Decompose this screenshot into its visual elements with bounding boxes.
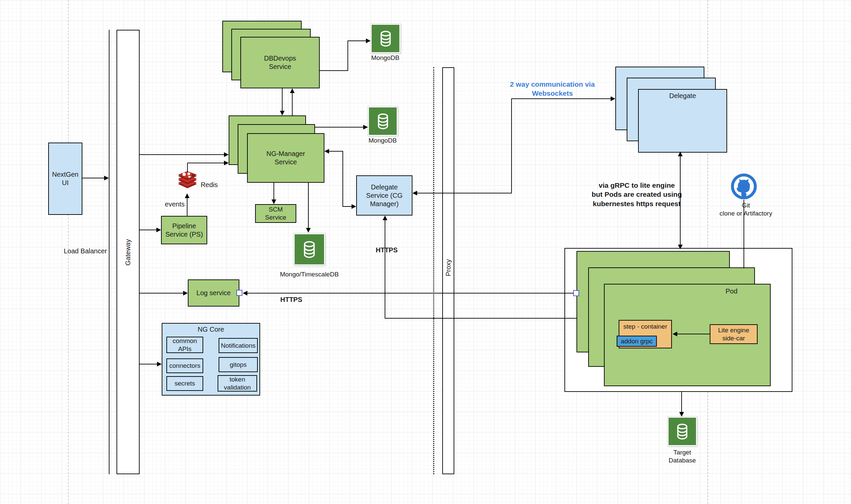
events-label: events xyxy=(160,200,190,209)
ng-core-item-token-validation[interactable]: token validation xyxy=(218,375,257,392)
arrowhead xyxy=(224,152,229,157)
arrowhead xyxy=(185,194,190,198)
mongodb-top-label: MongoDB xyxy=(367,54,404,62)
mongodb-mid-label: MongoDB xyxy=(364,137,402,145)
node-addon-grpc[interactable]: addon grpc xyxy=(617,336,657,347)
edge-ng-to-scm xyxy=(273,183,274,200)
arrowhead xyxy=(363,125,368,129)
arrowhead xyxy=(243,291,247,295)
ng-core-item-gitops[interactable]: gitops xyxy=(218,357,258,372)
database-glyph xyxy=(373,111,393,131)
websockets-note: 2 way communication via Websockets xyxy=(500,80,604,98)
edge-ng-delegate-a xyxy=(329,151,343,151)
arrowhead xyxy=(324,149,329,154)
arrowhead xyxy=(183,291,188,295)
ng-core-item-common-apis[interactable]: common APIs xyxy=(166,337,203,353)
redis-label: Redis xyxy=(194,181,224,189)
pod-endpoint-marker[interactable] xyxy=(573,290,579,296)
edge-gw-to-ngmanager xyxy=(140,154,225,155)
ng-core-title: NG Core xyxy=(162,325,260,334)
edge-ng-to-timescale xyxy=(308,183,309,229)
arrowhead xyxy=(678,151,682,156)
arrowhead xyxy=(290,88,295,93)
edge-pod-to-log xyxy=(247,293,573,293)
arrowhead xyxy=(679,412,684,417)
arrowhead xyxy=(271,199,276,204)
https-to-delegate-label: HTTPS xyxy=(373,246,400,254)
grpc-note: via gRPC to lite engine but Pods are cre… xyxy=(580,181,694,208)
gateway-label: Gateway xyxy=(124,239,132,266)
node-dbdevops[interactable]: DBDevops Service xyxy=(241,37,320,88)
https-to-log-label: HTTPS xyxy=(276,295,306,304)
mongodb-mid-icon[interactable] xyxy=(368,106,398,136)
edge-ng-delegate-c xyxy=(342,206,352,207)
arrowhead xyxy=(412,191,417,195)
database-glyph xyxy=(376,29,395,48)
arrowhead xyxy=(610,96,615,101)
target-db-label: Target Database xyxy=(660,448,704,465)
edge-gw-to-ngcore xyxy=(140,364,158,364)
database-glyph xyxy=(673,422,692,441)
ng-core-item-notifications[interactable]: Notifications xyxy=(218,338,258,353)
target-db-icon[interactable] xyxy=(668,417,697,446)
mongodb-top-icon[interactable] xyxy=(371,24,401,53)
edge-ng-delegate-b xyxy=(342,151,343,207)
edge-pod-to-delegatesvc-h xyxy=(385,318,577,319)
edge-ws-a xyxy=(417,193,512,194)
arrowhead xyxy=(104,176,109,180)
git-label-line2: clone or Artifactory xyxy=(712,210,779,218)
node-pipeline[interactable]: Pipeline Service (PS) xyxy=(161,216,207,244)
step-container-label: step - container xyxy=(623,323,667,331)
edge-pod-to-target xyxy=(681,392,682,413)
edge-redis-to-ngmanager xyxy=(187,163,225,163)
load-balancer-label: Load Balancer xyxy=(60,247,110,255)
database-glyph xyxy=(299,239,320,260)
edge-ngmanager-to-mongo xyxy=(315,127,364,127)
arrowhead xyxy=(352,204,356,209)
node-log-service[interactable]: Log service xyxy=(188,280,240,307)
git-icon[interactable] xyxy=(730,173,758,200)
arrowhead xyxy=(366,38,371,43)
arrowhead xyxy=(383,216,387,220)
arrowhead xyxy=(157,362,162,366)
edge-ws-c xyxy=(511,98,610,99)
ng-core-item-connectors[interactable]: connectors xyxy=(166,358,203,373)
node-scm[interactable]: SCM Service xyxy=(255,204,296,223)
proxy-label: Proxy xyxy=(445,259,452,276)
pod-label: Pod xyxy=(708,287,755,295)
edge-dbdevops-mongo-c xyxy=(348,40,367,41)
arrowhead xyxy=(673,332,677,336)
edge-ws-b xyxy=(511,99,512,194)
edge-dbdevops-mongo-a xyxy=(320,70,348,71)
arrowhead xyxy=(224,161,229,165)
edge-gw-to-pipeline xyxy=(140,230,157,230)
ng-core-item-secrets[interactable]: secrets xyxy=(166,376,203,391)
edge-lite-to-step xyxy=(677,334,710,334)
edge-ui-to-lb xyxy=(82,178,104,178)
node-delegate-service[interactable]: Delegate Service (CG Manager) xyxy=(356,175,412,216)
mongo-timescale-icon[interactable] xyxy=(294,233,325,265)
node-delegate[interactable]: Delegate xyxy=(638,89,727,152)
node-ng-manager[interactable]: NG-Manager Service xyxy=(247,133,324,183)
log-endpoint-marker[interactable] xyxy=(236,290,242,296)
node-lite-engine[interactable]: Lite engine side-car xyxy=(710,324,758,344)
arrowhead xyxy=(306,228,311,233)
diagram-canvas: { "colors":{ "service_green":"#A8CE7E","… xyxy=(0,0,851,504)
edge-dbdevops-mongo-b xyxy=(348,41,348,71)
delegate-label: Delegate xyxy=(669,92,696,100)
git-label-line1: Git xyxy=(712,201,779,210)
arrowhead xyxy=(678,245,682,249)
arrowhead xyxy=(280,111,285,115)
edge-grpc xyxy=(680,156,680,245)
edge-git-to-pod xyxy=(744,200,744,268)
edge-ngmanager-up xyxy=(292,93,292,115)
edge-dbdevops-down xyxy=(282,88,283,111)
edge-events xyxy=(187,198,188,216)
proxy-dotted-line xyxy=(433,67,434,474)
edge-redis-up xyxy=(187,163,188,172)
edge-pod-to-delegatesvc-v xyxy=(385,220,385,319)
node-nextgen-ui[interactable]: NextGen UI xyxy=(48,143,82,215)
edge-gw-to-log xyxy=(140,293,184,293)
mongo-timescale-label: Mongo/TimescaleDB xyxy=(278,270,341,278)
arrowhead xyxy=(156,228,161,232)
